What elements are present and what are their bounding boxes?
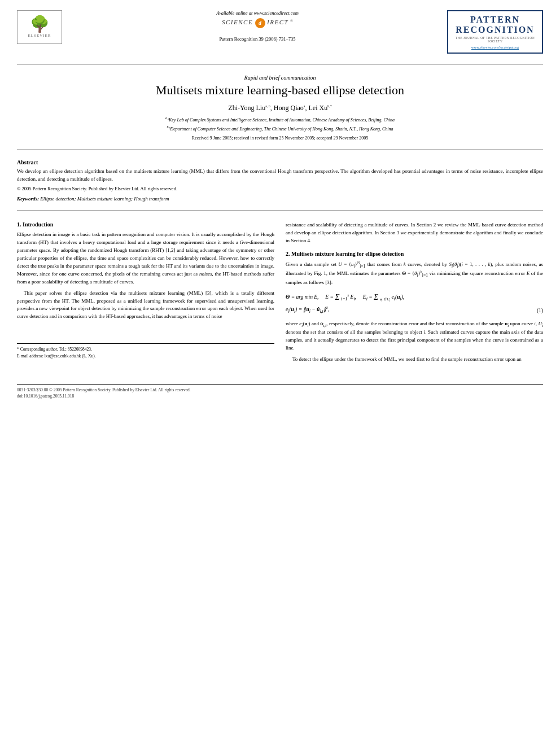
- abstract-divider-top: [17, 150, 543, 150]
- section1-right-para1: resistance and scalability of detecting …: [286, 221, 543, 245]
- col-left: 1. Introduction Ellipse detection in ima…: [17, 221, 274, 359]
- equation-sub: ei(ui) = ‖ui − ûi,t‖2,: [286, 305, 329, 315]
- section2-title: 2. Multisets mixture learning for ellips…: [286, 251, 543, 257]
- keywords-values: Ellipse detection; Multisets mixture lea…: [40, 196, 169, 202]
- keywords-label: Keywords:: [17, 196, 39, 202]
- section1-body: Ellipse detection in image is a basic ta…: [17, 231, 274, 321]
- col-right: resistance and scalability of detecting …: [286, 221, 543, 367]
- section1-number: 1.: [17, 221, 21, 228]
- section1-para2: This paper solves the ellipse detection …: [17, 290, 274, 321]
- footnote-section: * Corresponding author. Tel.: 8522609842…: [17, 343, 274, 359]
- article-category: Rapid and brief communication: [34, 75, 526, 81]
- page: 🌳 ELSEVIER Available online at www.scien…: [0, 0, 560, 747]
- footnotes: * Corresponding author. Tel.: 8522609842…: [17, 346, 274, 359]
- section2-body: Given a data sample set U = {ui}Ni=1 tha…: [286, 260, 543, 364]
- corresponding-author: * Corresponding author. Tel.: 8522609842…: [17, 346, 274, 352]
- section1-label: Introduction: [23, 221, 53, 228]
- received-info: Received 9 June 2005; received in revise…: [34, 136, 526, 141]
- sigma2-sub: ui ∈ Ui: [380, 298, 390, 301]
- registered-icon: ®: [290, 19, 293, 23]
- affiliation-a: aᵃKey Lab of Complex Systems and Intelli…: [34, 116, 526, 123]
- section1-para1: Ellipse detection in image is a basic ta…: [17, 231, 274, 286]
- footer-doi: doi:10.1016/j.patcog.2005.11.018: [17, 393, 543, 399]
- abstract-title: Abstract: [17, 159, 543, 165]
- keywords: Keywords: Ellipse detection; Multisets m…: [17, 196, 543, 202]
- section2-intro: Given a data sample set U = {ui}Ni=1 tha…: [286, 260, 543, 287]
- copyright-text: © 2005 Pattern Recognition Society. Publ…: [17, 185, 543, 193]
- footer: 0031-3203/$30.00 © 2005 Pattern Recognit…: [0, 384, 560, 404]
- elsevier-logo: 🌳 ELSEVIER: [17, 10, 68, 44]
- pr-title-line2: RECOGNITION: [455, 25, 535, 35]
- section2-number: 2.: [286, 251, 290, 257]
- abstract-section: Abstract We develop an ellipse detection…: [0, 155, 560, 206]
- pr-tagline: THE JOURNAL OF THE PATTERN RECOGNITION S…: [455, 36, 535, 43]
- section2-after-eq: where ei(ui) and ûi,t, respectively, den…: [286, 320, 543, 352]
- section1-title: 1. Introduction: [17, 221, 274, 228]
- section2-label: Multisets mixture learning for ellipse d…: [291, 251, 404, 257]
- body-divider: [17, 211, 543, 211]
- article-header: Rapid and brief communication Multisets …: [0, 69, 560, 145]
- header: 🌳 ELSEVIER Available online at www.scien…: [0, 0, 560, 59]
- eq-number: (1): [537, 307, 543, 315]
- authors: Zhi-Yong Liua, b, Hong Qiaoa, Lei Xub,*: [34, 104, 526, 112]
- sigma1-icon: Σ: [335, 293, 339, 302]
- pr-url: www.elsevier.com/locate/patcog: [455, 45, 535, 49]
- abstract-text: We develop an ellipse detection algorith…: [17, 168, 543, 183]
- section1-right-body: resistance and scalability of detecting …: [286, 221, 543, 245]
- footer-info: 0031-3203/$30.00 © 2005 Pattern Recognit…: [0, 385, 560, 404]
- available-online-text: Available online at www.sciencedirect.co…: [216, 10, 299, 16]
- equation-block: Θ = arg min E, E = Σ i=1k Ei, Ei = Σ ui …: [286, 291, 543, 316]
- pr-title-line1: PATTERN: [455, 15, 535, 25]
- sciencedirect-logo: SCIENCE d IRECT ®: [222, 18, 293, 28]
- sigma2-icon: Σ: [374, 293, 378, 302]
- direct-text: IRECT: [267, 19, 288, 25]
- affiliation-b: bᵇDepartment of Computer Science and Eng…: [34, 125, 526, 132]
- sciencedirect-icon: d: [255, 18, 265, 28]
- equation-row2: ei(ui) = ‖ui − ûi,t‖2, (1): [286, 305, 543, 315]
- section2-para2: To detect the ellipse under the framewor…: [286, 356, 543, 364]
- equation-row1: Θ = arg min E, E = Σ i=1k Ei, Ei = Σ ui …: [286, 291, 543, 304]
- header-center: Available online at www.sciencedirect.co…: [68, 10, 447, 42]
- header-divider: [17, 64, 543, 64]
- footer-issn: 0031-3203/$30.00 © 2005 Pattern Recognit…: [17, 387, 543, 393]
- pattern-recognition-box: PATTERN RECOGNITION THE JOURNAL OF THE P…: [447, 10, 543, 54]
- equation-main: Θ = arg min E, E = Σ i=1k Ei, Ei = Σ ui …: [286, 291, 404, 304]
- email-address: E-mail address: lxu@cse.cuhk.edu.hk (L. …: [17, 353, 274, 359]
- elsevier-tree-icon: 🌳: [30, 16, 50, 32]
- science-text: SCIENCE: [222, 19, 253, 25]
- article-title: Multisets mixture learning-based ellipse…: [34, 83, 526, 98]
- section2-container: 2. Multisets mixture learning for ellips…: [286, 251, 543, 364]
- elsevier-text: ELSEVIER: [28, 33, 51, 38]
- journal-ref: Pattern Recognition 39 (2006) 731–735: [219, 36, 295, 42]
- body-two-col: 1. Introduction Ellipse detection in ima…: [0, 216, 560, 373]
